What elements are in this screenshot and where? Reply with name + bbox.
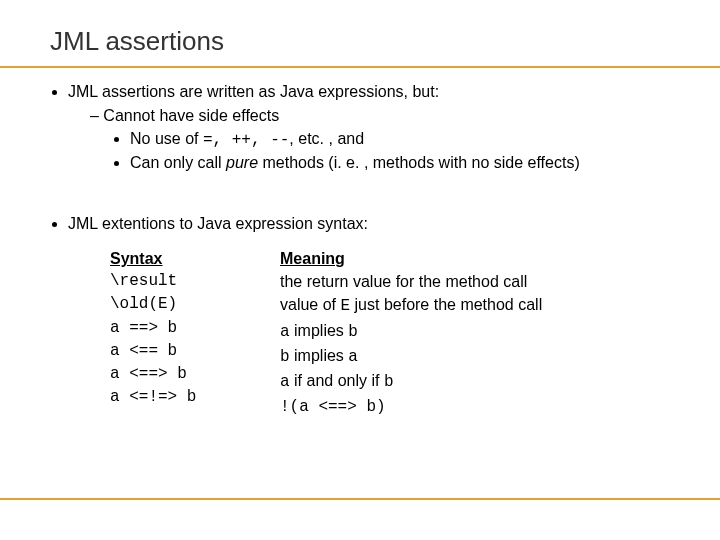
bullet-1-1a-pre: No use of (130, 130, 203, 147)
bullet-group-1: JML assertions are written as Java expre… (50, 81, 690, 173)
mean-3-code: b (280, 348, 290, 366)
col-syntax: Syntax \result \old(E) a ==> b a <== b a… (110, 247, 280, 419)
bullet-1-1-text: Cannot have side effects (103, 107, 279, 124)
slide-body: JML assertions are written as Java expre… (50, 81, 690, 419)
bullet-1-1a-post: , etc. , and (289, 130, 364, 147)
mean-1-mid: just before the method call (350, 296, 542, 313)
mean-5: !(a <==> b) (280, 394, 690, 419)
mean-2-code2: b (348, 323, 358, 341)
mean-2-mid: implies (290, 322, 349, 339)
mean-1: value of E just before the method call (280, 293, 690, 318)
bullet-1-1b-post: methods (i. e. , methods with no side ef… (258, 154, 580, 171)
mean-3-code2: a (348, 348, 358, 366)
mean-1-code: E (340, 297, 350, 315)
mean-4-mid: if and only if (290, 372, 384, 389)
hdr-syntax: Syntax (110, 247, 280, 270)
slide: JML assertions JML assertions are writte… (0, 0, 720, 540)
mean-2-code: a (280, 323, 290, 341)
mean-4-code: a (280, 373, 290, 391)
mean-4: a if and only if b (280, 369, 690, 394)
divider-bottom (0, 498, 720, 500)
syn-3: a <== b (110, 340, 280, 363)
syn-5: a <=!=> b (110, 386, 280, 409)
mean-2: a implies b (280, 319, 690, 344)
divider-top (0, 66, 720, 68)
bullet-2: JML extentions to Java expression syntax… (68, 213, 690, 235)
bullet-1: JML assertions are written as Java expre… (68, 81, 690, 173)
col-meaning: Meaning the return value for the method … (280, 247, 690, 419)
mean-3-mid: implies (290, 347, 349, 364)
bullet-1-1a: No use of =, ++, --, etc. , and (130, 128, 690, 152)
bullet-1-1b-em: pure (226, 154, 258, 171)
bullet-1-1b-pre: Can only call (130, 154, 226, 171)
syn-2: a ==> b (110, 317, 280, 340)
hdr-meaning: Meaning (280, 247, 690, 270)
bullet-1-1b: Can only call pure methods (i. e. , meth… (130, 152, 690, 174)
mean-3: b implies a (280, 344, 690, 369)
bullet-1-text: JML assertions are written as Java expre… (68, 83, 439, 100)
bullet-1-1: Cannot have side effects No use of =, ++… (90, 105, 690, 174)
syn-4: a <==> b (110, 363, 280, 386)
slide-title: JML assertions (50, 26, 690, 57)
mean-1-pre: value of (280, 296, 340, 313)
syn-0: \result (110, 270, 280, 293)
bullet-2-text: JML extentions to Java expression syntax… (68, 215, 368, 232)
syntax-table: Syntax \result \old(E) a ==> b a <== b a… (110, 247, 690, 419)
mean-0-pre: the return value for the method call (280, 273, 527, 290)
bullet-group-2: JML extentions to Java expression syntax… (50, 213, 690, 235)
bullet-1-1a-ops: =, ++, -- (203, 131, 289, 149)
syn-1: \old(E) (110, 293, 280, 316)
mean-0: the return value for the method call (280, 270, 690, 293)
mean-4-code2: b (384, 373, 394, 391)
mean-5-code: !(a <==> b) (280, 398, 386, 416)
